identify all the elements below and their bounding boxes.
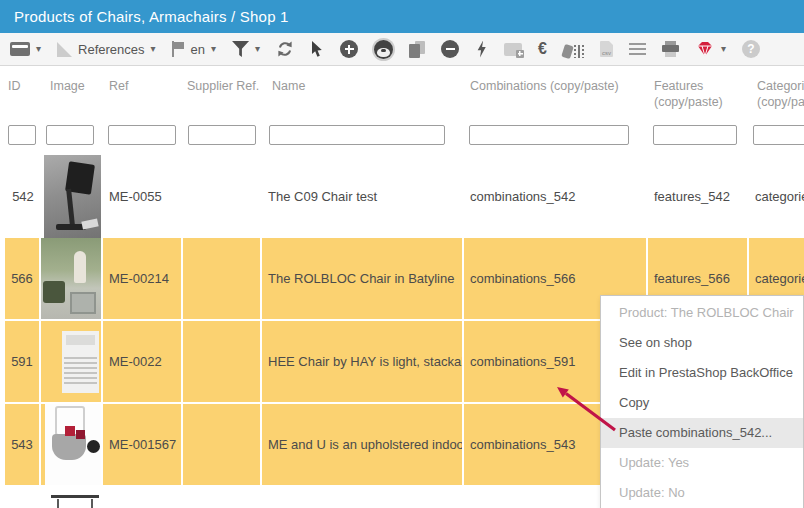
cell-name: The ROLBLOC Chair in Batyline [262,238,464,319]
column-header-supplier-ref[interactable]: Supplier Ref. [183,66,262,122]
refresh-icon[interactable] [276,40,294,58]
cell-image [41,321,103,402]
gem-menu[interactable]: ▾ [695,40,726,58]
menu-item-product-title: Product: The ROLBLOC Chair [601,298,803,328]
cursor-pointer-icon[interactable] [310,41,324,58]
filter-input-id[interactable] [8,125,36,145]
grid-filter-row [0,122,804,155]
filter-input-ref[interactable] [108,125,176,145]
column-header-combinations[interactable]: Combinations (copy/paste) [464,66,648,122]
help-icon[interactable]: ? [742,40,760,58]
cell-image [41,238,103,319]
add-image-icon[interactable] [504,43,522,56]
cell-image [41,404,103,485]
cell-name: ME and U is an upholstered indoor [262,404,464,485]
chevron-down-icon[interactable]: ▾ [721,44,726,54]
grid-header-row: ID Image Ref Supplier Ref. Name Combinat… [0,66,804,122]
chevron-down-icon[interactable]: ▾ [36,44,41,54]
app-window: Products of Chairs, Armachairs / Shop 1 … [0,0,804,508]
cell-supplier-ref [183,155,262,238]
chevron-down-icon[interactable]: ▾ [255,44,260,54]
product-image [62,331,99,393]
column-header-id[interactable]: ID [5,66,41,122]
column-header-ref[interactable]: Ref [103,66,183,122]
cell-id: 566 [5,238,41,319]
cell-ref: ME-0022 [103,321,183,402]
barcode-scanner-icon[interactable] [563,41,584,58]
remove-record-icon[interactable] [441,40,459,58]
gem-icon[interactable] [695,40,715,58]
filter-funnel-icon[interactable] [232,41,249,57]
page-title: Products of Chairs, Armachairs / Shop 1 [14,8,289,25]
menu-item-see-on-shop[interactable]: See on shop [601,328,803,358]
cell-id: 591 [5,321,41,402]
cell-categories: categories_542 [749,155,804,238]
cell-id: 543 [5,404,41,485]
add-record-icon[interactable] [340,40,358,58]
column-header-name[interactable]: Name [262,66,464,122]
flag-icon [172,41,185,57]
csv-label: csv [602,49,611,57]
cell-supplier-ref [183,321,262,402]
language-selector[interactable]: en ▾ [172,41,217,57]
menu-item-update-no: Update: No [601,478,803,508]
red-arrow-annotation [543,382,633,442]
table-row[interactable]: 542 ME-0055 The C09 Chair test combinati… [0,155,804,238]
lightning-icon[interactable] [475,41,488,58]
filter-button[interactable]: ▾ [232,41,260,57]
filter-input-image[interactable] [46,125,94,145]
euro-price-icon[interactable]: € [538,40,547,58]
references-label[interactable]: References [78,42,144,57]
cell-name: HEE Chair by HAY is light, stackable [262,321,464,402]
setsquare-icon [57,42,72,57]
cell-image [41,155,103,238]
product-image [45,404,101,485]
cell-supplier-ref [183,238,262,319]
layout-card-icon[interactable] [10,42,30,56]
printer-icon[interactable] [662,41,679,57]
csv-file-icon[interactable]: csv [600,41,613,57]
references-selector[interactable]: References ▾ [57,42,156,57]
cell-ref: ME-00214 [103,238,183,319]
menu-item-update-yes: Update: Yes [601,448,803,478]
copy-pages-icon[interactable] [409,41,425,58]
prestashop-logo-icon[interactable] [374,40,393,59]
filter-input-combinations[interactable] [469,125,629,145]
window-title-bar: Products of Chairs, Armachairs / Shop 1 [0,0,804,33]
filter-input-supplier-ref[interactable] [188,125,256,145]
product-image [44,155,101,238]
view-selector[interactable]: ▾ [10,42,41,56]
chevron-down-icon[interactable]: ▾ [211,44,216,54]
product-image [45,487,101,508]
toolbar: ▾ References ▾ en ▾ ▾ [0,33,804,66]
column-header-image[interactable]: Image [41,66,103,122]
list-icon[interactable] [629,43,646,55]
product-image [41,238,101,319]
language-label[interactable]: en [191,42,205,57]
chevron-down-icon[interactable]: ▾ [151,44,156,54]
column-header-features[interactable]: Features (copy/paste) [648,66,749,122]
cell-features: features_542 [648,155,749,238]
cell-name: The C09 Chair test [262,155,464,238]
column-header-categories[interactable]: Categories (copy/paste) [749,66,804,122]
filter-input-name[interactable] [269,125,445,145]
cell-ref: ME-001567 [103,404,183,485]
cell-id: 542 [5,155,41,238]
filter-input-categories[interactable] [753,125,804,145]
cell-ref: ME-0055 [103,155,183,238]
cell-combinations: combinations_542 [464,155,648,238]
cell-supplier-ref [183,404,262,485]
filter-input-features[interactable] [653,125,737,145]
cell-image [41,487,103,508]
